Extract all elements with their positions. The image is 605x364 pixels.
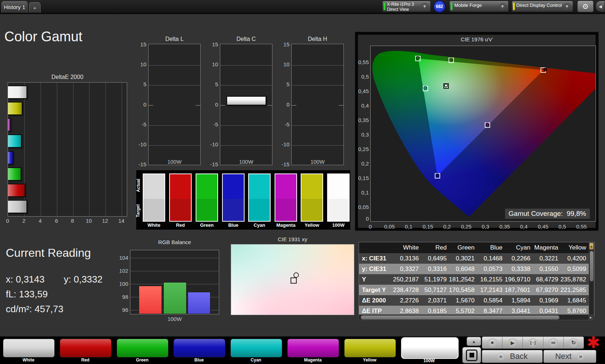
patch-label: Red — [60, 357, 111, 363]
marker-red — [541, 67, 546, 73]
delta-h-x-label: 100W — [291, 159, 344, 165]
continuous-measure-button[interactable]: ∞ — [543, 337, 564, 348]
table-vertical-scroll-thumb[interactable] — [590, 251, 593, 281]
toolbar-divider — [0, 13, 605, 14]
back-button[interactable]: « Back — [482, 350, 543, 363]
tab-history-1[interactable]: History 1 — [1, 1, 28, 13]
swatch-blue — [222, 173, 245, 222]
delta-c-title: Delta C — [220, 36, 272, 42]
patch-cyan[interactable] — [230, 339, 282, 357]
marker-yellow — [448, 58, 454, 63]
arrow-left-icon: ◀ — [598, 4, 602, 9]
top-bar: History 1 + X-Rite i1Pro 3 Direct View ▼… — [0, 0, 605, 13]
patch-white[interactable] — [3, 339, 55, 357]
refresh-measure-button[interactable]: ↻ — [564, 337, 584, 348]
table-row: x: CIE31 0,31360,6495 0,30210,1468 0,226… — [359, 253, 589, 264]
table-row: ΔE 2000 2,27262,0371 1,56700,5854 1,5894… — [359, 295, 589, 306]
add-icon: + — [33, 5, 37, 11]
patch-label: Cyan — [230, 357, 281, 363]
patch-green[interactable] — [117, 339, 168, 357]
source-dropdown[interactable]: Mobile Forge ▼ — [449, 1, 509, 12]
tab-history-label: History 1 — [4, 4, 25, 10]
meter-name: X-Rite i1Pro 3 — [387, 2, 414, 7]
window-icon — [466, 350, 477, 361]
scroll-right-button[interactable]: ▶ — [588, 315, 593, 320]
current-reading-title: Current Reading — [6, 246, 91, 260]
table-horizontal-scroll-thumb[interactable] — [361, 315, 559, 319]
delta-l-title: Delta L — [148, 36, 201, 42]
meter-mode: Direct View — [387, 7, 414, 12]
settings-button[interactable]: ⚙ — [577, 1, 593, 12]
interval-measure-button[interactable]: [··] — [523, 337, 543, 348]
spectracal-asterisk-logo: ✱ — [585, 334, 602, 351]
meter-status-stripe — [384, 3, 385, 10]
play-button[interactable]: ▶ — [502, 337, 523, 348]
chevron-right-icon: » — [577, 352, 585, 360]
patch-label: White — [3, 357, 54, 363]
display-control-dropdown[interactable]: Direct Display Control ▼ — [512, 1, 573, 12]
refresh-icon: ↻ — [569, 338, 578, 347]
deltae-x-axis: 0 2 4 6 8 10 12 14 — [2, 218, 133, 224]
patch-label: Green — [117, 357, 168, 363]
rgb-bar-blue — [188, 292, 210, 314]
actual-row-label: Actual — [136, 179, 141, 192]
source-label: Mobile Forge — [454, 3, 482, 8]
rgb-bar-red — [139, 286, 162, 314]
delta-c-bar — [226, 96, 266, 105]
patch-label: Blue — [174, 357, 225, 363]
deltae-bar-yellow — [8, 102, 22, 115]
scroll-up-button[interactable]: ▲ — [589, 243, 593, 250]
patch-blue[interactable] — [174, 339, 225, 357]
patch-label: Magenta — [287, 357, 338, 363]
delta-c-chart: 15 10 5 0 -5 -10 -15 — [220, 44, 272, 165]
patch-100w-selected[interactable] — [401, 337, 459, 359]
swatch-100w — [327, 173, 350, 222]
gamut-coverage-label: Gamut Coverage: — [509, 210, 563, 217]
add-tab-button[interactable]: + — [29, 2, 41, 13]
table-horizontal-scrollbar[interactable]: ▶ — [359, 314, 594, 320]
patch-magenta[interactable] — [287, 339, 339, 357]
patch-window-up-button[interactable]: ▲ — [467, 337, 481, 346]
delta-l-chart: 15 10 5 0 -5 -10 -15 — [148, 44, 201, 165]
next-button[interactable]: Next » — [543, 350, 596, 363]
table-row: Y 250,218751,1979 181,254216,2155 196,97… — [359, 274, 589, 285]
table-vertical-scrollbar[interactable]: ▲ — [589, 242, 594, 315]
cie1931-plot — [231, 244, 354, 315]
collapse-panel-button[interactable]: ◀ — [596, 1, 605, 12]
arrow-up-icon: ▲ — [472, 339, 476, 344]
gear-icon: ⚙ — [582, 2, 589, 11]
meter-dropdown[interactable]: X-Rite i1Pro 3 Direct View ▼ — [382, 1, 431, 12]
chevron-down-icon: ▼ — [499, 3, 506, 10]
rgb-balance-title: RGB Balance — [130, 239, 219, 245]
reading-fl-value: 133,59 — [19, 289, 48, 300]
meter-count-badge: 682 — [433, 0, 446, 13]
reading-cd: cd/m²: 457,73 — [6, 304, 63, 315]
patch-label: Yellow — [344, 357, 395, 363]
cie1931-title: CIE 1931 xy — [231, 236, 354, 242]
app-window: History 1 + X-Rite i1Pro 3 Direct View ▼… — [0, 0, 605, 364]
swatch-strip: Actual Target White Red Green Blue Cya — [136, 170, 350, 230]
rgb-bar-green — [163, 282, 187, 314]
table-row: y: CIE31 0,33270,3316 0,60480,0573 0,333… — [359, 264, 589, 274]
chevron-left-icon: « — [497, 352, 505, 360]
infinity-icon: ∞ — [548, 338, 558, 347]
patch-yellow[interactable] — [344, 339, 396, 357]
target-row-label: Target — [135, 204, 141, 217]
delta-c-x-label: 100W — [220, 159, 272, 165]
table-header-row: White Red Green Blue Cyan Magenta Yellow — [359, 242, 589, 253]
table-row: Target Y 238,472850,7127 170,545817,2143… — [359, 285, 589, 295]
patch-red[interactable] — [60, 339, 112, 357]
cie1976-title: CIE 1976 u'v' — [358, 36, 596, 42]
arrow-right-icon: ▶ — [590, 316, 592, 319]
patch-bar: White Red Green Blue Cyan Magenta Yellow… — [0, 336, 605, 364]
transport-controls: ■ ▶ [··] ∞ ↻ — [482, 336, 584, 349]
swatch-cyan — [248, 173, 271, 222]
swatch-red — [169, 173, 192, 222]
deltae-bar-cyan — [8, 134, 22, 148]
cie1976-plot: Gamut Coverage: 99,8% — [370, 46, 596, 222]
rgb-balance-chart: 104 102 100 98 96 — [130, 250, 219, 314]
marker-blue — [435, 173, 440, 179]
marker-green — [415, 56, 421, 61]
stop-button[interactable]: ■ — [482, 337, 502, 348]
patch-window-button[interactable] — [462, 347, 481, 363]
